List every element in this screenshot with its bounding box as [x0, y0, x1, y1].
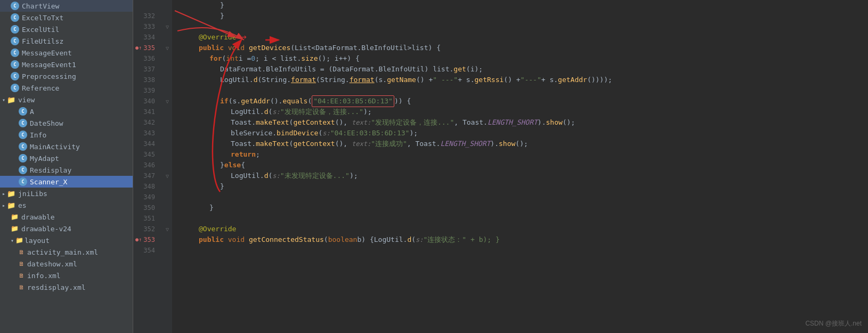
gutter-line: 342: [133, 117, 158, 128]
sidebar-label: dateshow.xml: [27, 260, 77, 268]
code-line-334: @Override ➔: [177, 32, 868, 43]
code-lines[interactable]: } } @Override ➔ public void getDevices: [172, 0, 868, 333]
code-line-354: [177, 245, 868, 256]
class-icon: C: [11, 72, 19, 80]
class-icon: C: [11, 48, 19, 57]
sidebar-label: ChartView: [22, 2, 59, 10]
gutter-line: 339: [133, 85, 158, 96]
sidebar-item-messageevent[interactable]: C MessageEvent: [0, 47, 133, 59]
folder-icon: 📁: [7, 96, 15, 104]
sidebar-label: DateShow: [30, 119, 63, 127]
code-line-342: Toast . makeText ( getContext (), text: …: [177, 117, 868, 128]
class-icon: C: [11, 13, 19, 22]
gutter-line: 351: [133, 213, 158, 224]
sidebar-label: info.xml: [27, 272, 61, 280]
folder-icon: 📁: [11, 213, 19, 221]
sidebar-item-excelutil[interactable]: C ExcelUtil: [0, 23, 133, 35]
code-line-347: LogUtil . d ( s: "未发现特定设备..." );: [177, 170, 868, 181]
code-line: }: [177, 0, 868, 11]
gutter-line: 336: [133, 53, 158, 64]
sidebar-item-myadapt[interactable]: C MyAdapt: [0, 152, 133, 164]
chevron-down-icon: ▾: [2, 97, 5, 103]
folder-icon: 📁: [11, 225, 19, 232]
code-line-335: public void getDevices ( List < DataForm…: [177, 43, 868, 53]
folder-icon: 📁: [7, 190, 15, 198]
code-content[interactable]: } } @Override ➔ public void getDevices: [172, 0, 868, 333]
gutter-line: 348: [133, 181, 158, 192]
sidebar-item-drawable-v24[interactable]: 📁 drawable-v24: [0, 223, 133, 234]
class-icon: C: [11, 84, 19, 92]
gutter-line: [133, 0, 158, 11]
fold-arrow: ▽: [163, 21, 172, 32]
gutter-line: 354: [133, 245, 158, 256]
gutter-line: 337: [133, 64, 158, 75]
sidebar-label: jniLibs: [18, 190, 47, 198]
gutter-line: 344: [133, 139, 158, 149]
sidebar-item-resdisplay[interactable]: C Resdisplay: [0, 164, 133, 176]
sidebar-label: activity_main.xml: [27, 248, 98, 256]
sidebar-label: Reference: [22, 84, 59, 92]
sidebar-item-drawable[interactable]: 📁 drawable: [0, 211, 133, 223]
gutter-line: 343: [133, 128, 158, 139]
gutter-line: 341: [133, 107, 158, 117]
code-line-337: DataFormat . BleInfoUtil s = ( DataForma…: [177, 64, 868, 75]
sidebar-item-info-xml[interactable]: 🗎 info.xml: [0, 270, 133, 281]
class-icon: C: [11, 2, 19, 10]
class-icon: C: [19, 107, 27, 116]
code-line-348: }: [177, 181, 868, 192]
gutter-line-335: ●↑ 335: [133, 43, 158, 53]
class-icon: C: [11, 60, 19, 69]
class-icon: C: [11, 25, 19, 34]
gutter-line: 334: [133, 32, 158, 43]
xml-icon: 🗎: [19, 261, 25, 267]
sidebar-item-activity-main-xml[interactable]: 🗎 activity_main.xml: [0, 246, 133, 258]
code-line-336: for ( int i = 0 ; i < list. size (); i++…: [177, 53, 868, 64]
file-tree[interactable]: C ChartView C ExcelToTxt C ExcelUtil C F…: [0, 0, 133, 333]
fold-arrow: ▽: [163, 170, 172, 181]
sidebar-label: MessageEvent: [22, 49, 72, 57]
code-line-345: return ;: [177, 149, 868, 160]
sidebar-item-reference[interactable]: C Reference: [0, 82, 133, 94]
class-icon: C: [19, 131, 27, 139]
sidebar-item-resdisplay-xml[interactable]: 🗎 resdisplay.xml: [0, 281, 133, 293]
chevron-right-icon: ▸: [2, 191, 5, 197]
folder-icon: 📁: [7, 201, 15, 209]
code-line-353: public void getConnectedStatus ( boolean…: [177, 234, 868, 245]
sidebar-label: view: [18, 96, 35, 104]
xml-icon: 🗎: [19, 249, 25, 256]
sidebar-folder-jnilibs[interactable]: ▸ 📁 jniLibs: [0, 188, 133, 199]
class-icon: C: [19, 166, 27, 174]
sidebar-item-a[interactable]: C A: [0, 105, 133, 117]
class-icon: C: [11, 37, 19, 45]
sidebar-item-info[interactable]: C Info: [0, 129, 133, 141]
class-icon: C: [19, 119, 27, 127]
sidebar-folder-es[interactable]: ▸ 📁 es: [0, 199, 133, 211]
sidebar-item-dateshow-xml[interactable]: 🗎 dateshow.xml: [0, 258, 133, 270]
code-line-339: [177, 85, 868, 96]
code-line-350: }: [177, 202, 868, 213]
sidebar-label: ExcelUtil: [22, 26, 59, 34]
sidebar-item-chartview[interactable]: C ChartView: [0, 0, 133, 12]
chevron-down-icon: ▾: [11, 238, 14, 243]
fold-arrow: ▽: [163, 224, 172, 234]
class-icon: C: [19, 177, 27, 186]
sidebar-label: Preprocessing: [22, 72, 76, 80]
sidebar-item-preprocessing[interactable]: C Preprocessing: [0, 70, 133, 82]
sidebar-label: drawable-v24: [21, 225, 71, 233]
xml-icon: 🗎: [19, 272, 25, 279]
code-line-340: if (s. getAddr (). equals ( "04:EE:03:B5…: [177, 96, 868, 107]
code-line-333: [177, 21, 868, 32]
breakpoint-marker: ●↑: [135, 234, 142, 245]
sidebar-item-exceltotxt[interactable]: C ExcelToTxt: [0, 12, 133, 23]
sidebar-item-mainactivity[interactable]: C MainActivity: [0, 141, 133, 152]
sidebar-label: Scanner_X: [30, 178, 67, 186]
gutter-line: 340: [133, 96, 158, 107]
sidebar-folder-view[interactable]: ▾ 📁 view: [0, 94, 133, 105]
sidebar-item-messageevent1[interactable]: C MessageEvent1: [0, 59, 133, 70]
sidebar-label: ExcelToTxt: [22, 14, 63, 22]
sidebar-item-layout[interactable]: ▾ 📁 layout: [0, 234, 133, 246]
sidebar-item-fileutilsz[interactable]: C FileUtilsz: [0, 35, 133, 47]
sidebar-label: Info: [30, 131, 46, 139]
sidebar-item-dateshow[interactable]: C DateShow: [0, 117, 133, 129]
sidebar-item-scanner-x[interactable]: C Scanner_X: [0, 176, 133, 188]
